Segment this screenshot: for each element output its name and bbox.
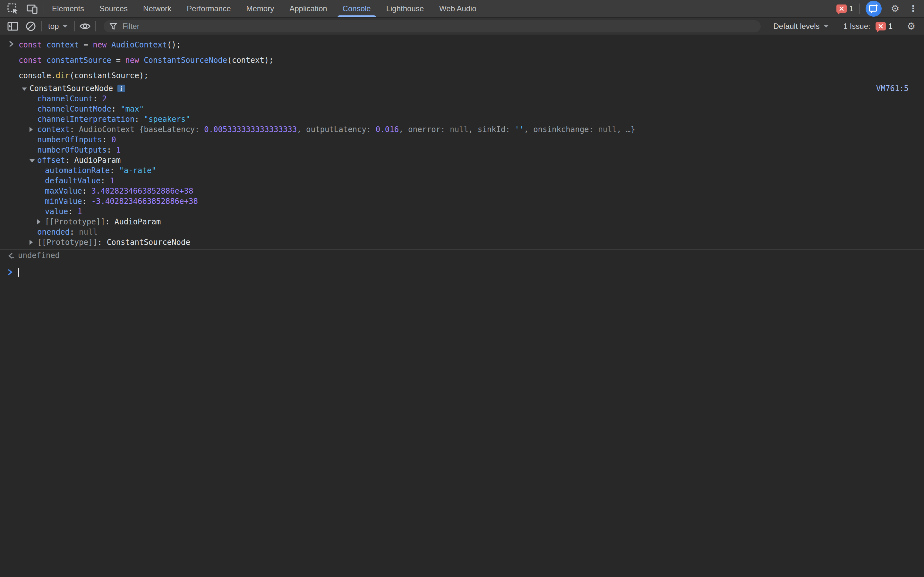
colon: : — [97, 237, 107, 247]
devtools-window: Elements Sources Network Performance Mem… — [0, 0, 924, 577]
property-value: 3.4028234663852886e+38 — [91, 186, 194, 196]
property-name: [[Prototype]] — [37, 237, 97, 247]
code-token: const — [19, 40, 47, 49]
tree-row-maxValue: maxValue: 3.4028234663852886e+38 — [0, 186, 924, 196]
toolbar-divider — [859, 3, 860, 14]
log-levels-selector[interactable]: Default levels — [770, 20, 833, 33]
colon: : — [100, 176, 110, 186]
issue-count: 1 — [888, 22, 893, 31]
error-count: 1 — [849, 4, 853, 13]
colon: : — [69, 124, 79, 135]
tree-row-automationRate: automationRate: "a-rate" — [0, 165, 924, 176]
inspect-element-button[interactable] — [5, 1, 21, 16]
disclosure-expanded-icon[interactable] — [29, 159, 35, 163]
preview-string: '' — [515, 124, 524, 135]
colon: : — [69, 227, 79, 237]
main-menu-button[interactable]: ⋮ — [909, 1, 918, 16]
prompt-chevron-icon — [7, 269, 13, 276]
colon: : — [111, 104, 121, 114]
command-chevron-icon — [8, 40, 14, 47]
tree-row-prototype-constantsourcenode[interactable]: [[Prototype]]: ConstantSourceNode — [0, 237, 924, 247]
object-preview: , …} — [617, 124, 635, 135]
property-value: 1 — [116, 145, 121, 155]
colon: : — [102, 135, 111, 145]
settings-button[interactable]: ⚙ — [887, 1, 903, 16]
disclosure-collapsed-icon[interactable] — [29, 240, 33, 245]
chevron-down-icon — [63, 25, 68, 27]
colon: : — [82, 196, 91, 206]
property-name: channelInterpretation — [37, 114, 134, 124]
toolbar-divider — [41, 21, 42, 31]
tab-label: Sources — [99, 4, 128, 13]
source-location-link[interactable]: VM761:5 — [876, 83, 909, 93]
property-value: null — [79, 227, 97, 237]
toolbar-divider — [898, 21, 898, 31]
code-token: (context); — [227, 56, 274, 65]
info-badge-icon[interactable]: i — [118, 85, 125, 92]
tab-web-audio[interactable]: Web Audio — [439, 0, 477, 17]
code-token: constantSource — [47, 56, 111, 65]
code-token: console. — [19, 71, 56, 80]
disclosure-collapsed-icon[interactable] — [37, 219, 40, 224]
result-arrow-icon — [7, 252, 15, 259]
property-name: context — [37, 124, 69, 135]
tree-row-channelCount: channelCount: 2 — [0, 93, 924, 104]
property-name: channelCount — [37, 93, 93, 104]
error-bubble-icon — [837, 5, 846, 13]
tab-performance[interactable]: Performance — [187, 0, 231, 17]
tab-console[interactable]: Console — [342, 0, 371, 17]
errors-counter[interactable]: 1 — [837, 4, 853, 13]
object-preview: , sinkId: — [468, 124, 515, 135]
tab-elements[interactable]: Elements — [52, 0, 84, 17]
ai-assistant-button[interactable] — [866, 1, 882, 17]
code-token: AudioContext — [111, 40, 167, 49]
gear-icon: ⚙ — [907, 21, 916, 31]
tab-memory[interactable]: Memory — [246, 0, 274, 17]
tab-lighthouse[interactable]: Lighthouse — [386, 0, 424, 17]
property-name: value — [45, 206, 68, 217]
tree-row-numberOfOutputs: numberOfOutputs: 1 — [0, 145, 924, 155]
console-command-echo: const context = new AudioContext(); cons… — [0, 35, 924, 83]
device-toolbar-icon — [26, 3, 38, 15]
tree-row-offset[interactable]: offset: AudioParam — [0, 155, 924, 165]
tab-application[interactable]: Application — [289, 0, 327, 17]
console-prompt[interactable] — [0, 267, 924, 277]
property-name: onended — [37, 227, 69, 237]
code-token: = — [111, 56, 125, 65]
device-toolbar-button[interactable] — [24, 1, 40, 16]
clear-console-button[interactable] — [23, 19, 39, 34]
code-token: context — [47, 40, 79, 49]
code-token: new — [125, 56, 144, 65]
live-expression-button[interactable] — [78, 19, 93, 34]
tab-network[interactable]: Network — [143, 0, 171, 17]
tree-row-numberOfInputs: numberOfInputs: 0 — [0, 135, 924, 145]
property-value: 1 — [110, 176, 114, 186]
console-result-row: undefined — [0, 250, 924, 261]
tab-sources[interactable]: Sources — [99, 0, 128, 17]
console-messages[interactable]: const context = new AudioContext(); cons… — [0, 35, 924, 577]
filter-input[interactable] — [121, 21, 754, 31]
execution-context-selector[interactable]: top — [44, 20, 71, 33]
result-value: undefined — [18, 251, 60, 260]
inspect-cursor-icon — [7, 3, 19, 15]
tree-row-context[interactable]: context: AudioContext {baseLatency: 0.00… — [0, 124, 924, 135]
tree-row-prototype-audioparam[interactable]: [[Prototype]]: AudioParam — [0, 217, 924, 227]
property-name: defaultValue — [45, 176, 100, 186]
toggle-console-sidebar-button[interactable] — [5, 19, 21, 34]
console-settings-button[interactable]: ⚙ — [903, 19, 919, 34]
property-value: "a-rate" — [119, 165, 156, 176]
filter-box[interactable] — [103, 20, 760, 32]
issues-counter[interactable]: 1 — [876, 22, 893, 31]
code-token: (); — [167, 40, 181, 49]
object-class-name: ConstantSourceNode — [29, 83, 113, 93]
disclosure-collapsed-icon[interactable] — [29, 127, 33, 132]
object-tree: ConstantSourceNode i VM761:5 channelCoun… — [0, 83, 924, 247]
property-value: ConstantSourceNode — [107, 237, 190, 247]
disclosure-expanded-icon[interactable] — [22, 87, 27, 91]
property-name: numberOfInputs — [37, 135, 102, 145]
tree-row-root[interactable]: ConstantSourceNode i VM761:5 — [0, 83, 924, 93]
tree-row-channelCountMode: channelCountMode: "max" — [0, 104, 924, 114]
levels-label: Default levels — [774, 22, 820, 31]
colon: : — [82, 186, 91, 196]
command-line: console.dir(constantSource); — [0, 68, 924, 83]
